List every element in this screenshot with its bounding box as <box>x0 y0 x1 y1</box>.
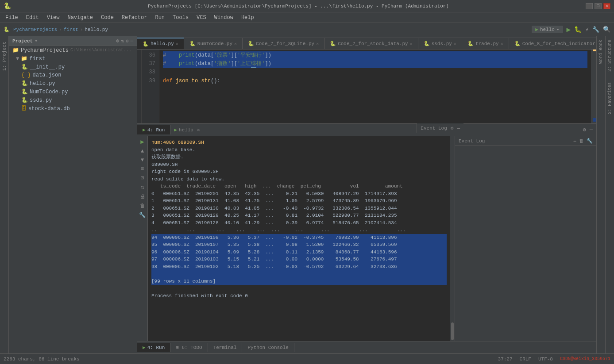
minimize-button[interactable]: — <box>586 3 593 9</box>
menu-code[interactable]: Code <box>97 14 117 22</box>
run-up-btn[interactable]: ▲ <box>141 148 144 154</box>
run-play-btn[interactable]: ▶ <box>140 138 144 146</box>
tab-numtocode-close[interactable]: ✕ <box>234 41 237 46</box>
tree-stock-db[interactable]: 🗄 stock-data.db <box>9 104 137 113</box>
console-text[interactable]: num:4886 689009.SH open data base. 获取股票数… <box>148 136 450 341</box>
hello-py-icon: 🐍 <box>21 80 28 87</box>
project-title-area: Project ▾ <box>12 38 38 44</box>
bottom-toolbar: ▶ 4: Run ⊞ 6: TODO Terminal Python Conso… <box>137 341 596 353</box>
tree-init-label: __init__.py <box>30 64 65 70</box>
run-config[interactable]: ▶ hello ▾ <box>532 26 563 33</box>
code-editor: 36 37 38 39 # print(data['股票']['平安银行']) … <box>137 50 596 123</box>
bottom-python-console-tab[interactable]: Python Console <box>242 343 294 352</box>
favorites-tab[interactable]: 2: Favorites <box>606 79 613 118</box>
tree-root[interactable]: 📁 PycharmProjects C:\Users\Administrat..… <box>9 46 137 54</box>
tree-ssds-py[interactable]: 🐍 ssds.py <box>9 96 137 104</box>
tab-numtocode[interactable]: 🐍 NumToCode.py ✕ <box>184 38 243 49</box>
menu-vcs[interactable]: VCS <box>193 14 210 22</box>
tab-sqlite-close[interactable]: ✕ <box>316 41 319 46</box>
run-panel-name: hello <box>179 127 193 133</box>
tree-data-json[interactable]: { } data.json <box>9 71 137 79</box>
tab-trade-close[interactable]: ✕ <box>501 41 503 46</box>
debug-button[interactable]: 🐛 <box>574 26 582 33</box>
menu-file[interactable]: File <box>2 14 22 22</box>
code-area[interactable]: # print(data['股票']['平安银行']) # print(data… <box>159 50 591 123</box>
run-button[interactable]: ▶ <box>567 25 571 34</box>
project-icon[interactable]: 1: Project <box>1 38 8 74</box>
minimize-panel-icon[interactable]: — <box>130 38 133 44</box>
event-log-trash-icon[interactable]: 🗑 <box>579 138 584 144</box>
run-wrench-btn[interactable]: 🔧 <box>139 212 146 218</box>
close-button[interactable]: ✕ <box>603 3 610 9</box>
structure-tab[interactable]: 2: Structure <box>606 36 613 75</box>
sync-icon[interactable]: ⇅ <box>121 38 124 44</box>
status-charset[interactable]: UTF-8 <box>538 356 553 362</box>
tree-hello-py[interactable]: 🐍 hello.py <box>9 79 137 88</box>
menu-tools[interactable]: Tools <box>169 14 192 22</box>
run-sort-btn[interactable]: ⇅ <box>141 184 144 191</box>
tree-numtocode-py[interactable]: 🐍 NumToCode.py <box>9 88 137 96</box>
profile-button[interactable]: 🔧 <box>592 26 599 33</box>
breadcrumb-file[interactable]: hello.py <box>85 27 108 32</box>
tab-sqlite[interactable]: 🐍 Code_7_for_SQLite.py ✕ <box>243 38 324 49</box>
console-line-3: 获取股票数据. <box>151 153 447 161</box>
menu-edit[interactable]: Edit <box>23 14 42 22</box>
menu-window[interactable]: Window <box>211 14 237 22</box>
tab-sqlite-label: Code_7_for_SQLite.py <box>256 41 314 46</box>
bottom-run-tab[interactable]: ▶ 4: Run <box>137 343 170 352</box>
bottom-todo-tab[interactable]: ⊞ 6: TODO <box>170 343 208 352</box>
menu-help[interactable]: Help <box>238 14 258 22</box>
menu-run[interactable]: Run <box>151 14 168 22</box>
breadcrumb-folder[interactable]: first <box>64 27 78 32</box>
tab-trade[interactable]: 🐍 trade.py ✕ <box>462 38 509 49</box>
run-down-btn[interactable]: ▼ <box>141 157 144 163</box>
tab-stock-close[interactable]: ✕ <box>410 41 413 46</box>
status-position[interactable]: 37:27 <box>498 356 513 362</box>
project-dropdown-icon[interactable]: ▾ <box>35 38 38 44</box>
word-book-tab[interactable]: Word Book <box>598 36 604 67</box>
search-icon[interactable]: 🔍 <box>603 26 610 33</box>
tab-ssds-close[interactable]: ✕ <box>454 41 456 46</box>
menu-view[interactable]: View <box>43 14 63 22</box>
settings-icon[interactable]: ⚙ <box>126 38 129 44</box>
menu-navigate[interactable]: Navigate <box>64 14 97 22</box>
add-content-icon[interactable]: ⊕ <box>116 38 120 44</box>
breadcrumb-root[interactable]: PycharmProjects <box>13 27 57 32</box>
console-line-4: 689009.SH <box>151 161 447 169</box>
menu-refactor[interactable]: Refactor <box>118 14 151 22</box>
maximize-button[interactable]: □ <box>595 3 602 9</box>
run-trash-btn[interactable]: 🗑 <box>140 203 145 209</box>
title-left: 🐍 <box>4 2 11 10</box>
tree-init-py[interactable]: 🐍 __init__.py <box>9 63 137 71</box>
bottom-todo-label: ⊞ 6: TODO <box>176 345 202 350</box>
tab-hello-close[interactable]: ✕ <box>176 41 178 46</box>
tab-stock[interactable]: 🐍 Code_7_for_stock_data.py ✕ <box>324 38 418 49</box>
bottom-terminal-tab[interactable]: Terminal <box>208 343 243 352</box>
bottom-tab-controls: ⚙ — <box>583 126 596 133</box>
settings-gear-icon[interactable]: ⚙ <box>583 126 586 133</box>
tree-folder-first[interactable]: ▼ 📁 first <box>9 54 137 63</box>
event-log-settings[interactable]: ⚙ <box>451 125 454 131</box>
run-print-btn[interactable]: 🖨 <box>140 193 145 200</box>
event-log-minimize[interactable]: — <box>457 126 460 131</box>
event-log-icons: ✏ 🗑 🔧 <box>573 138 593 144</box>
run-panel-close[interactable]: ✕ <box>197 127 200 133</box>
event-log-edit-icon[interactable]: ✏ <box>573 138 576 144</box>
tab-ssds[interactable]: 🐍 ssds.py ✕ <box>418 38 462 49</box>
nav-right: ▶ hello ▾ ▶ 🐛 ⚡ 🔧 🔍 <box>532 25 610 34</box>
numtocode-icon: 🐍 <box>21 88 28 95</box>
minimize-bottom-icon[interactable]: — <box>590 127 593 133</box>
tab-run[interactable]: ▶ 4: Run <box>137 125 170 134</box>
status-crlf[interactable]: CRLF <box>520 356 531 362</box>
run-wrap-btn[interactable]: ≡ <box>141 166 144 172</box>
tab-trade-label: trade.py <box>475 41 499 46</box>
console-line-5: right code is 689009.SH <box>151 168 447 176</box>
console-scrollbar[interactable] <box>450 136 455 341</box>
bottom-tabs: ▶ 4: Run ▶ hello ✕ ⚙ — Event Log <box>137 124 596 136</box>
run-stop-btn[interactable]: ⊡ <box>141 175 144 181</box>
line-num-37: 37 <box>143 60 155 68</box>
tab-hello-py[interactable]: 🐍 hello.py ✕ <box>137 38 184 49</box>
event-log-wrench-icon[interactable]: 🔧 <box>587 138 593 144</box>
tab-tech[interactable]: 🐍 Code_8_for_tech_indicator.py ✕ <box>509 38 596 49</box>
coverage-button[interactable]: ⚡ <box>585 26 589 33</box>
